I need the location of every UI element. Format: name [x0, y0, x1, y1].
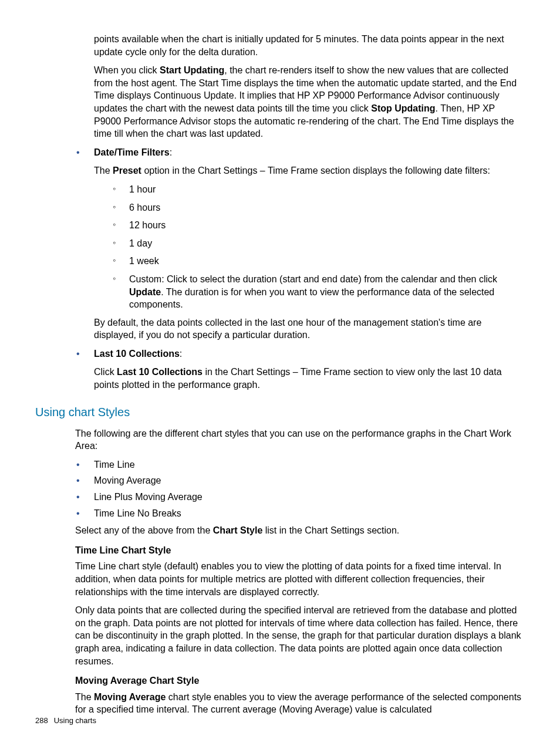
bullet-item-last10: Last 10 Collections: Click Last 10 Colle…	[75, 347, 522, 391]
sub-heading-moving-average: Moving Average Chart Style	[75, 674, 522, 687]
chart-style-list: Time Line Moving Average Line Plus Movin…	[75, 458, 522, 519]
bullet-title-line: Last 10 Collections:	[94, 347, 522, 360]
text-run: 1 hour	[129, 184, 156, 194]
footer-label: Using charts	[54, 716, 96, 725]
page-number: 288	[35, 716, 48, 725]
paragraph: Select any of the above from the Chart S…	[75, 524, 522, 537]
bold-text: Date/Time Filters	[94, 147, 170, 157]
text-run: When you click	[94, 65, 160, 75]
paragraph: By default, the data points collected in…	[94, 316, 522, 342]
bold-text: Preset	[113, 166, 141, 175]
sub-bullet-item: 1 hour	[94, 183, 522, 196]
text-run: The	[94, 166, 113, 175]
bold-text: Chart Style	[213, 525, 262, 535]
sub-bullet-item: 1 day	[94, 237, 522, 250]
style-item: Moving Average	[75, 474, 522, 487]
text-run: :	[170, 147, 172, 157]
text-run: list in the Chart Settings section.	[262, 525, 399, 535]
sub-bullet-item: Custom: Click to select the duration (st…	[94, 273, 522, 311]
bold-text: Last 10 Collections	[117, 367, 203, 377]
text-run: 12 hours	[129, 220, 166, 230]
paragraph: Time Line chart style (default) enables …	[75, 560, 522, 598]
text-run: Select any of the above from the	[75, 525, 213, 535]
text-run: Line Plus Moving Average	[94, 492, 203, 502]
sub-bullet-item: 12 hours	[94, 219, 522, 232]
paragraph: points available when the chart is initi…	[94, 33, 522, 58]
paragraph: When you click Start Updating, the chart…	[94, 64, 522, 140]
bold-text: Start Updating	[160, 65, 224, 75]
bold-text: Last 10 Collections	[94, 349, 180, 359]
text-run: 1 day	[129, 238, 152, 248]
paragraph: The following are the different chart st…	[75, 427, 522, 453]
paragraph: Click Last 10 Collections in the Chart S…	[94, 366, 522, 391]
text-run: Click	[94, 367, 117, 377]
style-item: Line Plus Moving Average	[75, 491, 522, 504]
style-item: Time Line No Breaks	[75, 507, 522, 520]
text-run: Time Line No Breaks	[94, 508, 181, 518]
style-item: Time Line	[75, 458, 522, 471]
bullet-item-date-filters: Date/Time Filters: The Preset option in …	[75, 146, 522, 342]
text-run: . The duration is for when you want to v…	[129, 287, 494, 310]
bold-text: Moving Average	[94, 692, 166, 702]
paragraph: Only data points that are collected duri…	[75, 604, 522, 667]
paragraph: The Preset option in the Chart Settings …	[94, 164, 522, 177]
text-run: 6 hours	[129, 202, 160, 212]
text-run: Moving Average	[94, 475, 161, 485]
sub-bullet-list: 1 hour 6 hours 12 hours 1 day 1 week Cus…	[94, 183, 522, 311]
text-run: Custom: Click to select the duration (st…	[129, 274, 497, 284]
text-run: :	[180, 349, 182, 359]
bold-text: Stop Updating	[371, 103, 435, 113]
bold-text: Update	[129, 287, 161, 297]
paragraph: The Moving Average chart style enables y…	[75, 691, 522, 716]
document-page: points available when the chart is initi…	[0, 0, 560, 746]
bullet-list: Date/Time Filters: The Preset option in …	[75, 146, 522, 391]
text-run: Time Line	[94, 460, 135, 470]
sub-bullet-item: 1 week	[94, 255, 522, 268]
page-content: points available when the chart is initi…	[75, 33, 522, 716]
sub-bullet-item: 6 hours	[94, 201, 522, 214]
text-run: 1 week	[129, 256, 159, 266]
text-run: The	[75, 692, 94, 702]
page-footer: 288Using charts	[35, 715, 96, 726]
section-heading-chart-styles: Using chart Styles	[35, 404, 522, 420]
text-run: option in the Chart Settings – Time Fram…	[141, 166, 490, 175]
bullet-title-line: Date/Time Filters:	[94, 146, 522, 159]
sub-heading-timeline: Time Line Chart Style	[75, 544, 522, 557]
